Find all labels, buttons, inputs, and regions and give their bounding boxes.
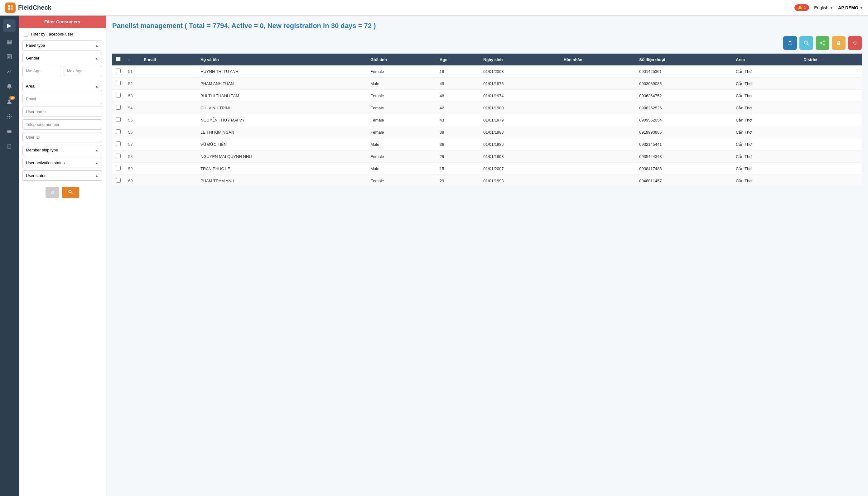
row-checkbox[interactable]	[112, 162, 124, 175]
row-phone: 0909562054	[636, 114, 732, 126]
app-name: FieldCheck	[18, 4, 51, 11]
dashboard-icon[interactable]: ▦	[3, 35, 16, 48]
userid-input[interactable]	[22, 132, 102, 142]
delete-button[interactable]	[848, 36, 862, 50]
row-age: 43	[436, 114, 479, 126]
table-row: 55 NGUYỄN THỤY MAI VY Female 43 01/01/19…	[112, 114, 862, 126]
menu-toggle-icon[interactable]: ▶	[3, 19, 16, 32]
row-email	[140, 78, 197, 90]
row-phone: 0919990865	[636, 126, 732, 138]
row-district	[800, 102, 862, 114]
row-checkbox[interactable]	[112, 90, 124, 102]
row-select-checkbox[interactable]	[116, 68, 121, 73]
activation-select[interactable]: User activation status ▲	[22, 158, 102, 168]
row-district	[800, 126, 862, 138]
row-checkbox[interactable]	[112, 65, 124, 78]
fb-filter-checkbox[interactable]	[24, 32, 28, 36]
row-checkbox[interactable]	[112, 114, 124, 126]
filter-search-button[interactable]	[800, 36, 813, 50]
row-select-checkbox[interactable]	[116, 166, 121, 170]
row-area: Cần Thơ	[732, 114, 800, 126]
row-dob: 01/01/1993	[479, 175, 560, 187]
col-checkbox	[112, 53, 124, 65]
table-row: 56 LE THI KIM NGAN Female 39 01/01/1983 …	[112, 126, 862, 138]
list-icon[interactable]	[3, 125, 16, 138]
row-district	[800, 162, 862, 175]
col-name: Họ và tên	[197, 53, 367, 65]
table-row: 60 PHAM TRAM ANH Female 29 01/01/1993 09…	[112, 175, 862, 187]
row-select-checkbox[interactable]	[116, 178, 121, 183]
row-select-checkbox[interactable]	[116, 117, 121, 122]
row-checkbox[interactable]	[112, 78, 124, 90]
row-checkbox[interactable]	[112, 175, 124, 187]
reports-icon[interactable]	[3, 50, 16, 63]
reset-button[interactable]: ↺	[46, 187, 59, 198]
table-row: 53 BUI THI THANH TAM Female 48 01/01/197…	[112, 90, 862, 102]
row-email	[140, 65, 197, 78]
username-input[interactable]	[22, 107, 102, 117]
doc-icon[interactable]	[3, 140, 16, 153]
row-select-checkbox[interactable]	[116, 105, 121, 110]
email-input[interactable]	[22, 94, 102, 104]
svg-rect-3	[11, 8, 13, 10]
svg-rect-24	[837, 43, 840, 45]
people-icon[interactable]: 20	[3, 95, 16, 108]
row-checkbox[interactable]	[112, 151, 124, 162]
row-select-checkbox[interactable]	[116, 141, 121, 146]
row-select-checkbox[interactable]	[116, 81, 121, 86]
share-button[interactable]	[816, 36, 829, 50]
filter-panel-type: Panel type ▲ Gender ▲ Area ▲ Member ship…	[19, 39, 106, 184]
row-num: 59	[124, 162, 140, 175]
row-name: NGUYEN MAI QUYNH NHU	[197, 151, 367, 162]
area-select[interactable]: Area ▲	[22, 81, 102, 91]
select-all-checkbox[interactable]	[116, 57, 121, 61]
filter-header[interactable]: Filter Consumers	[19, 16, 106, 28]
chart-icon[interactable]	[3, 65, 16, 78]
row-email	[140, 126, 197, 138]
row-marital	[560, 114, 636, 126]
row-select-checkbox[interactable]	[116, 154, 121, 158]
lock-button[interactable]	[832, 36, 846, 50]
panel-type-chevron: ▲	[95, 44, 98, 47]
row-marital	[560, 90, 636, 102]
notification-badge[interactable]: 🔔 1	[794, 4, 809, 11]
data-table: # E-mail Họ và tên Giới tính Age Ngày si…	[112, 53, 862, 187]
col-area: Area	[732, 53, 800, 65]
user-menu[interactable]: AP DEMO ▼	[838, 5, 863, 10]
table-row: 57 VŨ ĐỨC TIỀN Male 36 01/01/1986 093214…	[112, 138, 862, 151]
row-num: 55	[124, 114, 140, 126]
userstatus-select[interactable]: User status ▲	[22, 170, 102, 181]
min-age-input[interactable]	[22, 66, 61, 76]
upload-button[interactable]	[783, 36, 797, 50]
telephone-input[interactable]	[22, 119, 102, 129]
row-checkbox[interactable]	[112, 102, 124, 114]
row-area: Cần Thơ	[732, 175, 800, 187]
svg-point-21	[823, 44, 825, 46]
row-gender: Female	[367, 90, 436, 102]
row-marital	[560, 126, 636, 138]
row-phone: 0901425361	[636, 65, 732, 78]
row-dob: 01/01/1993	[479, 151, 560, 162]
panel-type-select[interactable]: Panel type ▲	[22, 40, 102, 50]
language-selector[interactable]: English ▼	[814, 5, 833, 10]
gender-chevron: ▲	[95, 57, 98, 60]
row-select-checkbox[interactable]	[116, 129, 121, 134]
membership-select[interactable]: Member ship type ▲	[22, 145, 102, 155]
svg-rect-2	[8, 8, 10, 10]
row-num: 52	[124, 78, 140, 90]
row-checkbox[interactable]	[112, 138, 124, 151]
row-dob: 01/01/2007	[479, 162, 560, 175]
row-marital	[560, 65, 636, 78]
row-name: BUI THI THANH TAM	[197, 90, 367, 102]
search-button[interactable]	[62, 187, 79, 198]
row-checkbox[interactable]	[112, 126, 124, 138]
bell-icon[interactable]	[3, 80, 16, 93]
row-email	[140, 102, 197, 114]
area-chevron: ▲	[95, 84, 98, 88]
gender-select[interactable]: Gender ▲	[22, 53, 102, 63]
row-select-checkbox[interactable]	[116, 93, 121, 97]
row-area: Cần Thơ	[732, 138, 800, 151]
gear-icon[interactable]	[3, 110, 16, 123]
row-dob: 01/01/1974	[479, 90, 560, 102]
max-age-input[interactable]	[64, 66, 102, 76]
